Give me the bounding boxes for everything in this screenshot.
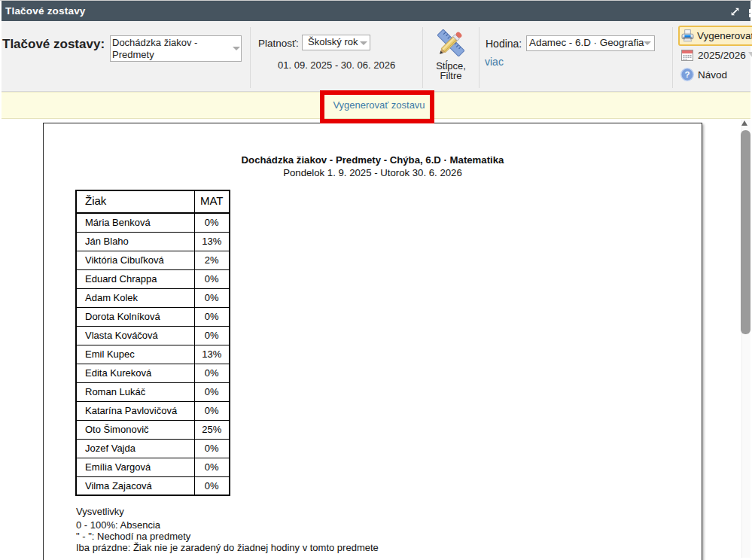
- svg-text:?: ?: [684, 70, 690, 79]
